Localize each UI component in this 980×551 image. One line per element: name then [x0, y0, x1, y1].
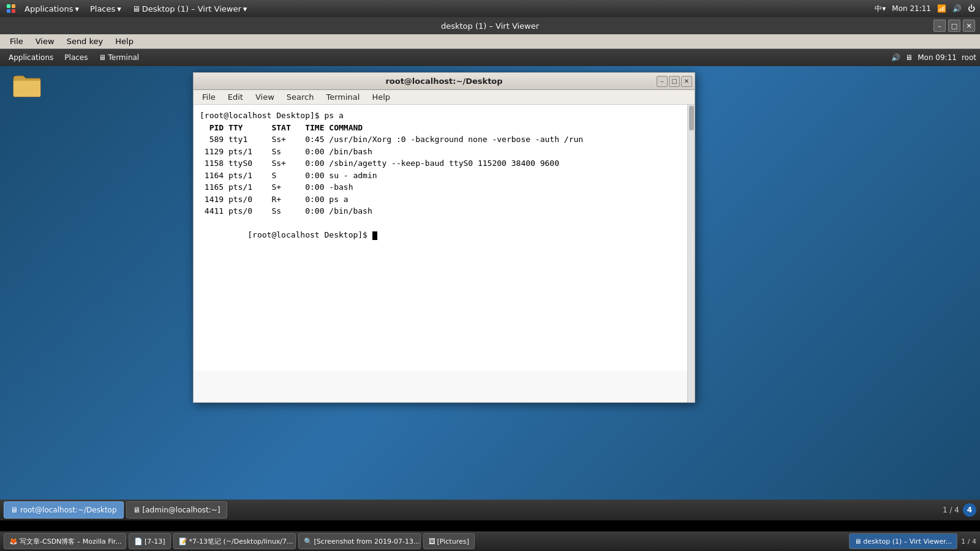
os-power-icon: ⏻	[968, 4, 975, 13]
os-topbar-left: Applications ▾ Places ▾ 🖥 Desktop (1) – …	[5, 2, 251, 15]
inner-apps-menu[interactable]: Applications	[4, 52, 58, 63]
os-time: Mon 21:11	[892, 4, 931, 13]
term-titlebar-btns: – □ ✕	[657, 76, 692, 87]
term-scrollbar[interactable]	[687, 105, 695, 402]
term-line-1: [root@localhost Desktop]$ ps a	[200, 110, 681, 122]
term-menu-view[interactable]: View	[251, 92, 279, 102]
inner-taskbar: 🖥 root@localhost:~/Desktop 🖥 [admin@loca…	[0, 500, 980, 520]
os-taskbar-virtviewer[interactable]: 🖥 desktop (1) – Virt Viewer...	[849, 533, 957, 549]
term-line-6: 1165 pts/1 S+ 0:00 -bash	[200, 181, 681, 193]
os-bottombar: 🦊 写文章-CSDN博客 – Mozilla Fir... 📄 [7-13] 📝…	[0, 531, 980, 551]
term-menu-file[interactable]: File	[197, 92, 221, 102]
inner-panel-right: 🔊 🖥 Mon 09:11 root	[891, 53, 976, 62]
os-places-menu[interactable]: Places ▾	[86, 3, 125, 15]
os-taskbar-notes[interactable]: 📝 *7-13笔记 (~/Desktop/linux/7...	[173, 533, 296, 549]
vv-titlebar-controls: – □ ✕	[933, 20, 975, 32]
svg-rect-1	[12, 4, 15, 8]
svg-rect-0	[7, 4, 10, 8]
inner-terminal-taskbutton[interactable]: 🖥 Terminal	[94, 52, 144, 63]
folder-icon	[12, 73, 42, 98]
term-minimize-button[interactable]: –	[657, 76, 668, 87]
taskbar-item-2[interactable]: 🖥 [admin@localhost:~]	[126, 501, 227, 519]
inner-user: root	[962, 53, 976, 62]
terminal-window: root@localhost:~/Desktop – □ ✕ File Edit…	[193, 72, 695, 403]
vv-menu-file[interactable]: File	[5, 36, 28, 47]
term-close-button[interactable]: ✕	[681, 76, 692, 87]
term-title: root@localhost:~/Desktop	[385, 77, 502, 86]
inner-panel: Applications Places 🖥 Terminal 🔊 🖥 Mon 0…	[0, 49, 980, 66]
term-content[interactable]: [root@localhost Desktop]$ ps a PID TTY S…	[194, 105, 687, 370]
os-input-icon: 中▾	[875, 4, 886, 14]
os-topbar: Applications ▾ Places ▾ 🖥 Desktop (1) – …	[0, 0, 980, 17]
inner-workspace-badge[interactable]: 4	[963, 503, 976, 517]
term-line-2: 589 tty1 Ss+ 0:45 /usr/bin/Xorg :0 -back…	[200, 133, 681, 146]
inner-time: Mon 09:11	[918, 53, 957, 62]
term-body: [root@localhost Desktop]$ ps a PID TTY S…	[194, 105, 695, 402]
os-taskbar-doc1[interactable]: 📄 [7-13]	[129, 533, 171, 549]
os-window-menu[interactable]: 🖥 Desktop (1) – Virt Viewer ▾	[129, 3, 251, 15]
vv-titlebar: desktop (1) – Virt Viewer – □ ✕	[0, 17, 980, 34]
vv-menu-help[interactable]: Help	[110, 36, 138, 47]
vv-maximize-button[interactable]: □	[948, 20, 960, 32]
os-topbar-right: 中▾ Mon 21:11 📶 🔊 ⏻	[875, 4, 975, 14]
term-line-header: PID TTY STAT TIME COMMAND	[200, 122, 681, 134]
term-menu-search[interactable]: Search	[282, 92, 319, 102]
vv-menu-view[interactable]: View	[31, 36, 59, 47]
os-taskbar-pictures[interactable]: 🖼 [Pictures]	[423, 533, 475, 549]
os-bottombar-right: 🖥 desktop (1) – Virt Viewer... 1 / 4	[849, 533, 976, 549]
term-menu-terminal[interactable]: Terminal	[321, 92, 364, 102]
term-line-8: 4411 pts/0 Ss 0:00 /bin/bash	[200, 205, 681, 217]
os-sound-icon: 🔊	[952, 4, 962, 13]
os-network-icon: 📶	[937, 4, 946, 13]
vv-title: desktop (1) – Virt Viewer	[0, 21, 980, 31]
inner-sound-icon: 🔊	[891, 53, 900, 62]
os-applications-menu[interactable]: Applications ▾	[21, 3, 83, 15]
term-menu-help[interactable]: Help	[367, 92, 395, 102]
term-line-4: 1158 ttyS0 Ss+ 0:00 /sbin/agetty --keep-…	[200, 157, 681, 170]
vv-minimize-button[interactable]: –	[933, 20, 946, 32]
term-line-5: 1164 pts/1 S 0:00 su - admin	[200, 170, 681, 182]
os-pagination: 1 / 4	[961, 538, 976, 545]
os-taskbar-screenshot[interactable]: 🔍 [Screenshot from 2019-07-13...	[298, 533, 421, 549]
vv-close-button[interactable]: ✕	[963, 20, 975, 32]
taskbar-item-1[interactable]: 🖥 root@localhost:~/Desktop	[4, 501, 124, 519]
term-prompt2: [root@localhost Desktop]$	[200, 217, 681, 253]
inner-places-menu[interactable]: Places	[59, 52, 92, 63]
term-line-3: 1129 pts/1 Ss 0:00 /bin/bash	[200, 146, 681, 158]
vv-menu-sendkey[interactable]: Send key	[62, 36, 108, 47]
inner-pagination: 1 / 4	[943, 506, 959, 514]
term-menubar: File Edit View Search Terminal Help	[194, 90, 695, 105]
svg-rect-2	[7, 9, 10, 13]
inner-display-icon: 🖥	[905, 53, 913, 62]
os-taskbar-firefox[interactable]: 🦊 写文章-CSDN博客 – Mozilla Fir...	[4, 533, 126, 549]
svg-rect-3	[12, 9, 15, 13]
inner-taskbar-right: 1 / 4 4	[943, 503, 976, 517]
inner-desktop: Applications Places 🖥 Terminal 🔊 🖥 Mon 0…	[0, 49, 980, 520]
term-maximize-button[interactable]: □	[669, 76, 680, 87]
desktop-folder[interactable]	[12, 73, 42, 98]
term-cursor	[372, 231, 377, 240]
term-scrollbar-thumb[interactable]	[689, 106, 694, 130]
vv-menubar: File View Send key Help	[0, 34, 980, 49]
os-app-icon	[5, 2, 17, 15]
term-line-7: 1419 pts/0 R+ 0:00 ps a	[200, 193, 681, 206]
term-titlebar: root@localhost:~/Desktop – □ ✕	[194, 73, 695, 90]
term-menu-edit[interactable]: Edit	[223, 92, 248, 102]
